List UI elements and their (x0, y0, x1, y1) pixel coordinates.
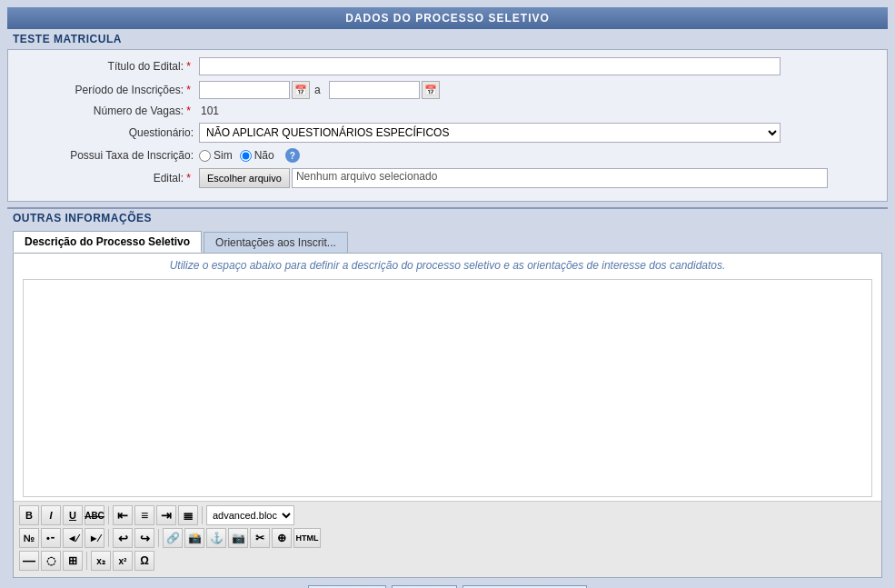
tb-bold-button[interactable]: B (19, 505, 39, 525)
tb-align-right-button[interactable]: ⇥ (156, 505, 176, 525)
titulo-label: Título do Edital: * (17, 60, 199, 73)
calendar-end-icon[interactable]: 📅 (422, 81, 440, 99)
nao-radio-label[interactable]: Não (240, 149, 274, 162)
page-header: Dados do Processo Seletivo (7, 7, 888, 29)
questionario-label: Questionário: (17, 126, 199, 139)
tb-image2-button[interactable]: 📷 (228, 528, 248, 548)
tb-outdent-button[interactable]: ◄⁄ (63, 528, 83, 548)
tb-table-button[interactable]: ⊞ (63, 551, 83, 571)
page-title: Dados do Processo Seletivo (345, 12, 550, 25)
vagas-value: 101 (201, 105, 219, 117)
required-star2: * (186, 84, 191, 96)
periodo-end-input[interactable] (329, 81, 420, 99)
taxa-radio-group: Sim Não ? (199, 148, 300, 163)
footer-buttons: Cancelar Salvar Salvar e Submeter (7, 578, 888, 588)
toolbar-row-3: — ◌ ⊞ x₂ x² Ω (19, 551, 876, 571)
toolbar-sep-1 (108, 506, 109, 524)
tb-html-button[interactable]: HTML (293, 528, 321, 548)
toolbar-sep-5 (86, 552, 87, 570)
block-format-select[interactable]: advanced.bloc (206, 505, 294, 525)
calendar-start-icon[interactable]: 📅 (292, 81, 310, 99)
tb-sup-button[interactable]: x² (113, 551, 133, 571)
titulo-input[interactable] (199, 57, 781, 75)
tb-italic-button[interactable]: I (41, 505, 61, 525)
main-container: Dados do Processo Seletivo TESTE MATRICU… (7, 7, 888, 588)
tb-align-justify-button[interactable]: ≣ (178, 505, 198, 525)
periodo-row: Período de Inscrições: * 📅 a 📅 (8, 81, 887, 99)
tb-underline-button[interactable]: U (63, 505, 83, 525)
editor-container: Utilize o espaço abaixo para definir a d… (13, 253, 882, 578)
periodo-label: Período de Inscrições: * (17, 84, 199, 96)
tb-cleanup-button[interactable]: ✂ (250, 528, 270, 548)
questionario-row: Questionário: NÃO APLICAR QUESTIONÁRIOS … (8, 123, 887, 143)
tb-omega-button[interactable]: Ω (134, 551, 154, 571)
editor-toolbar-area: B I U ABC ⇤ ≡ ⇥ ≣ advanced.bloc № (14, 501, 881, 577)
sim-label: Sim (214, 149, 233, 162)
outras-section: Outras Informações Descrição do Processo… (7, 207, 888, 578)
tb-indent-button[interactable]: ►⁄ (85, 528, 104, 548)
required-star3: * (186, 105, 191, 117)
toolbar-sep-2 (202, 506, 203, 524)
taxa-label: Possui Taxa de Inscrição: (17, 149, 199, 162)
tb-strike-button[interactable]: ABC (85, 505, 104, 525)
help-icon[interactable]: ? (285, 148, 300, 163)
sim-radio[interactable] (199, 150, 211, 162)
tb-special2-button[interactable]: ◌ (41, 551, 61, 571)
taxa-row: Possui Taxa de Inscrição: Sim Não ? (8, 148, 887, 163)
tabs-area: Descrição do Processo Seletivo Orientaçõ… (7, 227, 888, 253)
tb-link-button[interactable]: 🔗 (163, 528, 183, 548)
tab-descricao[interactable]: Descrição do Processo Seletivo (13, 231, 202, 253)
vagas-label: Número de Vagas: * (17, 105, 199, 117)
vagas-row: Número de Vagas: * 101 (8, 105, 887, 117)
toolbar-row-2: № •⁃ ◄⁄ ►⁄ ↩ ↪ 🔗 📸 ⚓ 📷 ✂ ⊕ HTML (19, 528, 876, 548)
toolbar-row-1: B I U ABC ⇤ ≡ ⇥ ≣ advanced.bloc (19, 505, 876, 525)
required-star4: * (186, 172, 191, 184)
tb-ol-button[interactable]: № (19, 528, 39, 548)
tb-anchor-button[interactable]: ⚓ (206, 528, 226, 548)
nao-radio[interactable] (240, 150, 252, 162)
editor-hint: Utilize o espaço abaixo para definir a d… (14, 254, 881, 275)
outras-header: Outras Informações (7, 207, 888, 227)
tb-ul-button[interactable]: •⁃ (41, 528, 61, 548)
tb-image-button[interactable]: 📸 (184, 528, 204, 548)
tab-orientacoes[interactable]: Orientações aos Inscrit... (204, 232, 348, 253)
toolbar-sep-4 (158, 529, 159, 547)
tb-sub-button[interactable]: x₂ (91, 551, 111, 571)
tb-align-center-button[interactable]: ≡ (134, 505, 154, 525)
file-name-display: Nenhum arquivo selecionado (292, 168, 828, 188)
tb-align-left-button[interactable]: ⇤ (113, 505, 133, 525)
file-area: Escolher arquivo Nenhum arquivo selecion… (199, 168, 828, 188)
tb-redo-button[interactable]: ↪ (134, 528, 154, 548)
tb-hr-button[interactable]: — (19, 551, 39, 571)
toolbar-sep-3 (108, 529, 109, 547)
file-choose-button[interactable]: Escolher arquivo (199, 168, 290, 188)
titulo-row: Título do Edital: * (8, 57, 887, 75)
edital-label: Edital: * (17, 172, 199, 184)
editor-content-area[interactable] (23, 279, 872, 497)
tb-source-button[interactable]: ⊕ (272, 528, 292, 548)
sim-radio-label[interactable]: Sim (199, 149, 233, 162)
questionario-select[interactable]: NÃO APLICAR QUESTIONÁRIOS ESPECÍFICOS (199, 123, 781, 143)
nao-label: Não (254, 149, 274, 162)
required-star: * (186, 60, 191, 73)
edital-row: Edital: * Escolher arquivo Nenhum arquiv… (8, 168, 887, 188)
section-header: TESTE MATRICULA (7, 29, 888, 49)
tb-undo-button[interactable]: ↩ (113, 528, 133, 548)
date-separator: a (314, 84, 321, 96)
form-area: Título do Edital: * Período de Inscriçõe… (7, 49, 888, 202)
periodo-start-input[interactable] (199, 81, 290, 99)
